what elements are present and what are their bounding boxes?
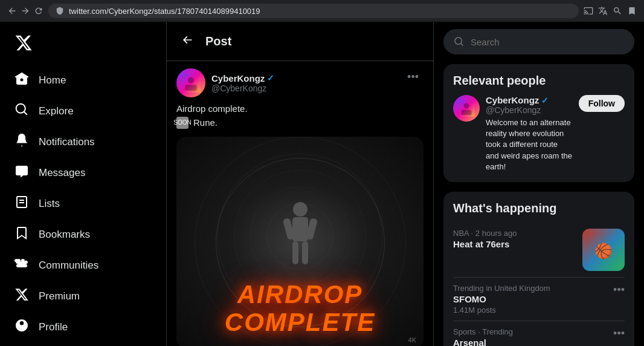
communities-icon <box>14 256 29 274</box>
whats-happening-section: What's happening NBA · 2 hours ago Heat … <box>443 192 634 346</box>
profile-icon <box>14 318 29 336</box>
relevant-person-handle: @CyberKongz <box>486 105 573 115</box>
forward-browser-icon[interactable] <box>21 6 30 16</box>
avatar[interactable] <box>176 68 205 97</box>
relevant-person-name: CyberKongz ✓ <box>486 95 573 105</box>
address-bar[interactable]: twitter.com/CyberKongz/status/1780740140… <box>48 4 579 18</box>
translate-icon[interactable] <box>598 6 608 16</box>
trending-more-sfomo[interactable]: ••• <box>613 284 625 296</box>
tweet-container: CyberKongz ✓ @CyberKongz ••• Airdrop com… <box>167 61 433 346</box>
messages-icon <box>14 164 29 181</box>
bookmarks-label: Bookmarks <box>39 229 90 241</box>
tweet-name-block: CyberKongz ✓ @CyberKongz <box>211 73 274 93</box>
app-container: Home Explore Notifications Messages List <box>0 22 644 346</box>
trending-name: Heat at 76ers <box>453 239 576 249</box>
svg-point-1 <box>188 77 194 83</box>
svg-point-15 <box>464 103 469 109</box>
svg-rect-12 <box>292 241 298 264</box>
relevant-verified-badge: ✓ <box>541 96 549 105</box>
notifications-icon <box>14 133 29 151</box>
tweet-more-button[interactable]: ••• <box>402 68 423 86</box>
svg-point-8 <box>293 202 308 217</box>
reload-browser-icon[interactable] <box>34 6 43 16</box>
trending-item-arsenal[interactable]: Sports · Trending Arsenal Trending with … <box>453 321 625 346</box>
tweet-user-row: CyberKongz ✓ @CyberKongz ••• <box>176 68 423 97</box>
sidebar-item-more[interactable]: More <box>7 343 159 346</box>
trending-item-left-arsenal: Sports · Trending Arsenal Trending with … <box>453 327 613 346</box>
bookmarks-icon <box>14 226 29 243</box>
trending-item-left: NBA · 2 hours ago Heat at 76ers <box>453 229 576 250</box>
sidebar-item-home[interactable]: Home <box>7 65 159 95</box>
svg-rect-9 <box>292 217 308 241</box>
sidebar-item-messages[interactable]: Messages <box>7 158 159 188</box>
browser-nav-icons <box>7 6 43 16</box>
screen-cast-icon[interactable] <box>584 6 593 16</box>
notifications-label: Notifications <box>39 136 95 148</box>
trending-name-arsenal: Arsenal <box>453 338 613 346</box>
rune-icon: SOON <box>176 117 188 129</box>
sidebar-item-communities[interactable]: Communities <box>7 250 159 280</box>
sidebar-item-profile[interactable]: Profile <box>7 312 159 342</box>
home-icon <box>14 71 29 89</box>
trending-item-heat76ers[interactable]: NBA · 2 hours ago Heat at 76ers <box>453 223 625 278</box>
tweet-image-content: AIRDROP COMPLETE 4K <box>176 137 423 346</box>
lists-label: Lists <box>39 198 60 210</box>
search-box[interactable] <box>443 29 634 54</box>
tweet-author-handle: @CyberKongz <box>211 83 274 93</box>
page-title: Post <box>205 34 231 48</box>
relevant-people-section: Relevant people <box>443 64 634 182</box>
messages-label: Messages <box>39 167 85 179</box>
trending-count-sfomo: 1.41M posts <box>453 305 613 315</box>
home-label: Home <box>39 74 66 86</box>
image-watermark: 4K <box>408 336 416 344</box>
premium-icon <box>14 287 29 305</box>
sidebar-item-premium[interactable]: Premium <box>7 281 159 311</box>
relevant-avatar[interactable] <box>453 95 480 122</box>
search-icon <box>454 36 465 47</box>
explore-icon <box>14 102 29 120</box>
sidebar-item-notifications[interactable]: Notifications <box>7 127 159 157</box>
relevant-people-title: Relevant people <box>453 74 625 88</box>
bookmark-browser-icon[interactable] <box>627 6 637 16</box>
browser-chrome: twitter.com/CyberKongz/status/1780740140… <box>0 0 644 22</box>
trending-name-sfomo: SFOMO <box>453 294 613 304</box>
tweet-user-info: CyberKongz ✓ @CyberKongz <box>176 68 274 97</box>
back-button[interactable] <box>176 29 198 53</box>
figure-silhouette <box>279 200 321 267</box>
search-browser-icon[interactable] <box>613 6 622 16</box>
trending-sport-image: 🏀 <box>582 229 625 271</box>
relevant-person-bio: Welcome to an alternate reality where ev… <box>486 117 573 172</box>
tweet-author-name: CyberKongz ✓ <box>211 73 274 83</box>
svg-text:🏀: 🏀 <box>594 242 613 260</box>
twitter-logo[interactable] <box>7 27 159 62</box>
trending-category-arsenal: Sports · Trending <box>453 327 613 336</box>
trending-more-arsenal[interactable]: ••• <box>613 327 625 340</box>
svg-rect-13 <box>302 241 308 264</box>
svg-rect-16 <box>462 110 472 115</box>
url-text: twitter.com/CyberKongz/status/1780740140… <box>69 7 260 16</box>
sidebar-item-explore[interactable]: Explore <box>7 96 159 126</box>
left-sidebar: Home Explore Notifications Messages List <box>0 22 166 346</box>
svg-rect-2 <box>185 85 196 91</box>
relevant-person: CyberKongz ✓ @CyberKongz Welcome to an a… <box>453 95 625 172</box>
sidebar-item-lists[interactable]: Lists <box>7 189 159 218</box>
search-input[interactable] <box>471 37 624 47</box>
communities-label: Communities <box>39 260 98 272</box>
back-browser-icon[interactable] <box>7 6 17 16</box>
profile-label: Profile <box>39 321 68 333</box>
premium-label: Premium <box>39 290 80 302</box>
trending-item-left-sfomo: Trending in United Kingdom SFOMO 1.41M p… <box>453 284 613 315</box>
right-sidebar: Relevant people <box>434 22 644 346</box>
trending-category-sfomo: Trending in United Kingdom <box>453 284 613 293</box>
tweet-image[interactable]: AIRDROP COMPLETE 4K <box>176 137 423 346</box>
tweet-text: Airdrop complete. SOON Rune. <box>176 102 423 129</box>
trending-category: NBA · 2 hours ago <box>453 229 576 238</box>
main-content: Post <box>166 22 434 346</box>
browser-action-icons <box>584 6 637 16</box>
lists-icon <box>14 195 29 212</box>
follow-button[interactable]: Follow <box>579 95 625 112</box>
sidebar-item-bookmarks[interactable]: Bookmarks <box>7 220 159 249</box>
trending-item-sfomo[interactable]: Trending in United Kingdom SFOMO 1.41M p… <box>453 278 625 321</box>
post-header: Post <box>167 22 433 61</box>
explore-label: Explore <box>39 105 74 117</box>
